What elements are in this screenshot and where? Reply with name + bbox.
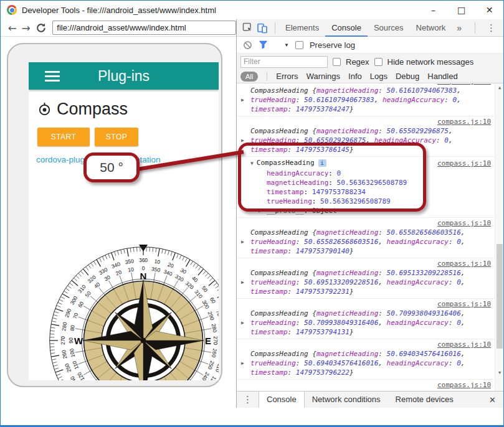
- property-value: 0: [457, 278, 461, 286]
- expand-arrow-icon[interactable]: ▶: [241, 359, 244, 368]
- tab-sources[interactable]: Sources: [368, 19, 410, 37]
- device-toolbar-icon[interactable]: [256, 22, 269, 34]
- more-tabs-icon[interactable]: »: [452, 23, 467, 33]
- source-link[interactable]: compass.js:10: [437, 340, 491, 349]
- svg-text:330: 330: [174, 273, 185, 283]
- tab-network[interactable]: Network: [410, 19, 452, 37]
- punctuation: :: [296, 96, 304, 104]
- svg-text:360: 360: [139, 257, 148, 263]
- source-link[interactable]: compass.js:10: [437, 260, 491, 268]
- frame-context-dropdown-icon[interactable]: ▼: [284, 42, 289, 48]
- back-icon[interactable]: ←: [6, 22, 19, 34]
- level-info[interactable]: Info: [348, 72, 362, 81]
- punctuation: ,: [378, 359, 386, 367]
- cardinal-label: N: [140, 271, 147, 281]
- property-key: headingAccuracy: [387, 278, 449, 286]
- devtools-drawer: ⋮ Console Network conditions Remote devi…: [237, 391, 503, 408]
- console-scrollbar[interactable]: ▲ ▼: [495, 83, 503, 391]
- punctuation: ,: [378, 238, 386, 246]
- punctuation: :: [296, 359, 304, 367]
- filter-icon[interactable]: [259, 40, 268, 49]
- compass-rose: 3600103502034030330403205031060300702908…: [47, 245, 219, 380]
- property-key: headingAccuracy: [383, 96, 444, 104]
- level-debug[interactable]: Debug: [396, 72, 419, 81]
- reload-icon[interactable]: [36, 22, 47, 34]
- hide-network-label: Hide network messages: [388, 57, 474, 67]
- chrome-logo-icon: [7, 5, 17, 15]
- hide-network-checkbox[interactable]: [374, 58, 383, 66]
- console-log-entry: compass.js:10CompassHeading {magneticHea…: [237, 299, 495, 339]
- level-handled[interactable]: Handled: [427, 72, 457, 81]
- svg-text:350: 350: [125, 258, 135, 265]
- punctuation: ,: [461, 309, 465, 317]
- property-value: 50.694034576416016: [387, 350, 461, 358]
- stop-button[interactable]: STOP: [95, 128, 138, 146]
- compass-target-icon: [37, 102, 52, 116]
- drawer-tab-console[interactable]: Console: [259, 392, 305, 408]
- expand-arrow-icon[interactable]: ▶: [241, 318, 244, 327]
- expand-arrow-icon[interactable]: ▶: [241, 278, 244, 287]
- url-input[interactable]: [52, 21, 236, 35]
- drawer-tab-network-conditions[interactable]: Network conditions: [305, 392, 388, 408]
- source-link[interactable]: compass.js:10: [437, 300, 491, 308]
- devtools-menu-icon[interactable]: ⋮: [479, 22, 503, 34]
- svg-text:270: 270: [212, 336, 219, 345]
- punctuation: ,: [461, 228, 465, 237]
- preserve-log-checkbox[interactable]: [295, 41, 303, 49]
- scroll-down-icon[interactable]: ▼: [495, 368, 503, 377]
- drawer-tab-remote-devices[interactable]: Remote devices: [388, 392, 461, 408]
- filter-input[interactable]: [240, 56, 328, 68]
- scrollbar-thumb[interactable]: [497, 244, 503, 349]
- forward-icon[interactable]: →: [19, 22, 33, 34]
- heading-value-callout: 50 °: [83, 152, 140, 182]
- close-button[interactable]: ✕: [475, 1, 503, 19]
- punctuation: :: [436, 136, 444, 144]
- source-link[interactable]: compass.js:10: [437, 219, 491, 227]
- tab-elements[interactable]: Elements: [279, 19, 325, 37]
- object-class: CompassHeading: [250, 269, 308, 277]
- scroll-up-icon[interactable]: ▲: [495, 83, 503, 92]
- svg-text:260: 260: [211, 348, 218, 358]
- punctuation: ,: [461, 238, 465, 246]
- punctuation: :: [449, 278, 457, 286]
- tab-console[interactable]: Console: [325, 19, 368, 37]
- expand-arrow-icon[interactable]: ▶: [241, 95, 244, 105]
- punctuation: :: [378, 309, 386, 317]
- maximize-button[interactable]: □: [447, 1, 475, 19]
- punctuation: :: [449, 238, 457, 246]
- property-value: 50.695133209228516: [304, 278, 378, 286]
- source-link[interactable]: compass.js:10: [437, 83, 491, 85]
- expanded-object-callout: [238, 143, 426, 212]
- svg-text:10: 10: [127, 266, 134, 273]
- drawer-menu-icon[interactable]: ⋮: [237, 394, 259, 405]
- device-frame: Plug-ins Compass START ST: [7, 43, 222, 387]
- app-area: Plug-ins Compass START ST: [1, 37, 236, 408]
- svg-text:340: 340: [163, 268, 173, 277]
- punctuation: :: [296, 319, 304, 327]
- punctuation: }: [349, 247, 354, 255]
- level-all[interactable]: All: [240, 72, 258, 82]
- level-warnings[interactable]: Warnings: [307, 72, 340, 81]
- source-link[interactable]: compass.js:10: [437, 159, 491, 169]
- punctuation: :: [378, 87, 386, 95]
- inspect-element-icon[interactable]: [241, 22, 254, 34]
- expand-arrow-icon[interactable]: ▶: [241, 237, 244, 246]
- drawer-close-icon[interactable]: ✕: [482, 395, 503, 405]
- source-link[interactable]: compass.js:10: [437, 118, 491, 126]
- source-link[interactable]: compass.js:10: [437, 381, 491, 389]
- object-class: CompassHeading: [250, 309, 308, 317]
- property-value: 1479753794131: [296, 328, 349, 336]
- regex-checkbox[interactable]: [333, 58, 341, 66]
- level-errors[interactable]: Errors: [276, 72, 298, 81]
- level-logs[interactable]: Logs: [370, 72, 388, 81]
- minimize-button[interactable]: –: [419, 1, 447, 19]
- svg-text:70: 70: [215, 309, 219, 317]
- section-title: Compass: [57, 100, 128, 119]
- start-button[interactable]: START: [37, 128, 90, 146]
- app-title: Plug-ins: [29, 68, 219, 85]
- punctuation: ,: [457, 87, 461, 95]
- clear-console-icon[interactable]: [243, 40, 252, 50]
- punctuation: :: [378, 127, 386, 135]
- svg-text:280: 280: [60, 322, 68, 332]
- punctuation: :: [378, 350, 386, 358]
